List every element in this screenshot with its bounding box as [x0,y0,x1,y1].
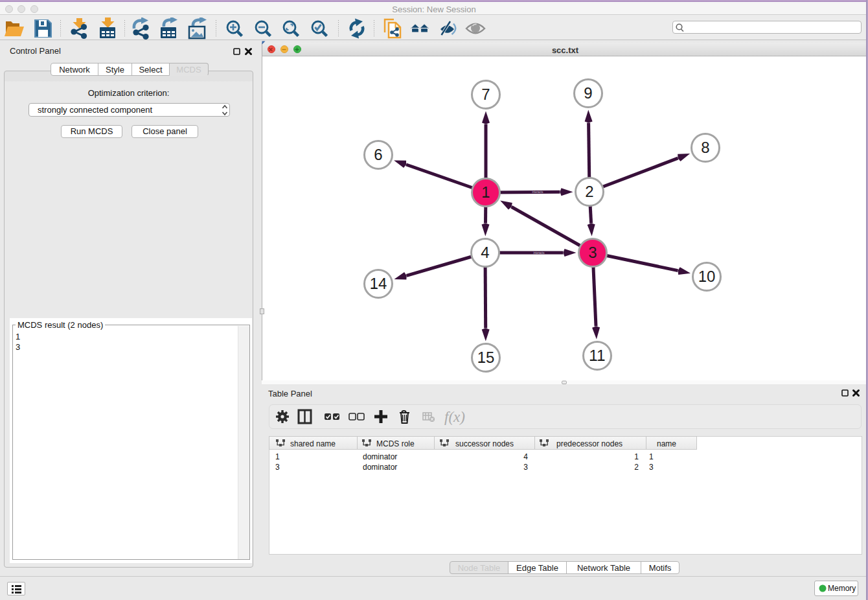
svg-text:f(x): f(x) [444,409,465,425]
